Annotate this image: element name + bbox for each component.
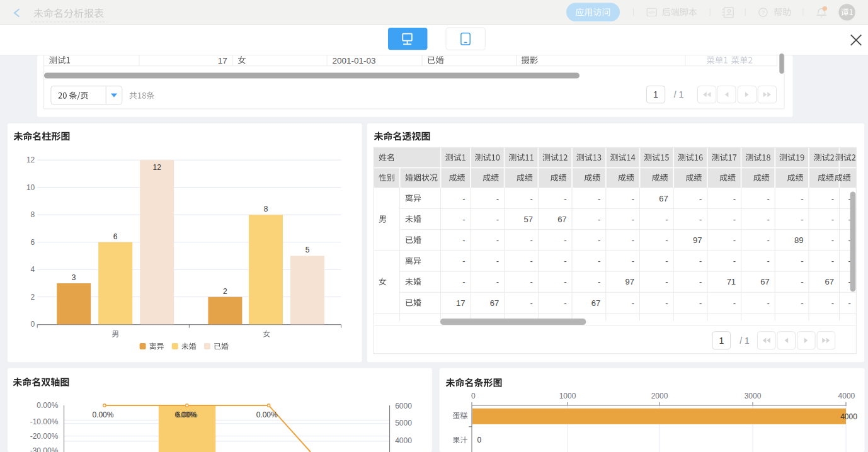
svg-text:-: - — [767, 235, 769, 245]
svg-text:57: 57 — [523, 215, 532, 224]
svg-text:-: - — [598, 215, 600, 224]
svg-text:-: - — [801, 256, 803, 266]
svg-text:4000: 4000 — [840, 412, 857, 421]
svg-text:17: 17 — [456, 298, 465, 308]
svg-text:3000: 3000 — [745, 392, 762, 400]
svg-text:67: 67 — [825, 277, 834, 286]
svg-text:-: - — [733, 215, 736, 224]
svg-text:-: - — [831, 194, 834, 203]
svg-text:-: - — [598, 277, 600, 286]
svg-text:-: - — [496, 215, 499, 224]
svg-text:-: - — [733, 194, 736, 203]
svg-text:97: 97 — [625, 277, 634, 286]
svg-text:-: - — [665, 215, 668, 224]
svg-text:-: - — [462, 277, 465, 286]
svg-text:0: 0 — [31, 320, 35, 329]
svg-text:</>: </> — [649, 10, 655, 14]
svg-text:4000: 4000 — [395, 436, 412, 445]
svg-text:-: - — [462, 256, 465, 266]
svg-text:-: - — [831, 215, 834, 224]
svg-text:/ 1: / 1 — [740, 336, 750, 346]
svg-text:17: 17 — [218, 56, 227, 65]
svg-text:0.00%: 0.00% — [92, 410, 113, 419]
svg-text:0: 0 — [477, 436, 481, 444]
svg-text:4000: 4000 — [838, 392, 855, 400]
svg-text:-: - — [632, 215, 634, 224]
svg-text:-: - — [665, 235, 668, 245]
svg-text:-30.00%: -30.00% — [30, 446, 59, 452]
svg-text:6: 6 — [31, 238, 35, 247]
svg-text:-: - — [801, 277, 803, 286]
svg-text:67: 67 — [591, 298, 600, 308]
svg-text:-: - — [564, 256, 566, 266]
svg-text:-: - — [564, 277, 566, 286]
svg-text:-: - — [665, 256, 668, 266]
svg-text:10: 10 — [26, 183, 35, 192]
svg-text:5: 5 — [306, 246, 310, 254]
svg-text:6: 6 — [113, 232, 118, 241]
svg-text:-: - — [767, 194, 769, 203]
svg-text:8: 8 — [264, 205, 268, 213]
svg-text:5000: 5000 — [395, 419, 412, 427]
svg-text:-: - — [831, 298, 834, 308]
svg-text:2: 2 — [31, 293, 35, 302]
svg-text:1: 1 — [653, 89, 658, 99]
svg-text:-: - — [530, 277, 533, 286]
svg-text:-: - — [564, 298, 566, 308]
svg-text:-: - — [801, 298, 803, 308]
svg-text:6000: 6000 — [395, 402, 412, 410]
svg-text:-: - — [598, 235, 600, 245]
svg-text:/ 1: / 1 — [674, 89, 684, 99]
svg-text:0.00%: 0.00% — [256, 410, 278, 419]
svg-text:-: - — [462, 194, 465, 203]
svg-text:-: - — [767, 256, 769, 266]
svg-text:-: - — [733, 235, 736, 245]
svg-text:67: 67 — [557, 215, 566, 224]
svg-text:12: 12 — [26, 155, 35, 164]
svg-text:67: 67 — [659, 194, 668, 203]
svg-text:-20.00%: -20.00% — [30, 432, 59, 441]
svg-text:-: - — [530, 298, 533, 308]
svg-text:0: 0 — [471, 392, 476, 400]
svg-text:97: 97 — [693, 235, 702, 245]
svg-text:1: 1 — [719, 336, 724, 346]
svg-text:-: - — [699, 194, 702, 203]
svg-text:-: - — [462, 235, 465, 245]
svg-text:-: - — [496, 194, 499, 203]
svg-text:-: - — [848, 298, 850, 308]
svg-text:-: - — [699, 215, 702, 224]
svg-text:?: ? — [762, 9, 765, 16]
svg-text:-: - — [831, 256, 834, 266]
svg-text:-: - — [632, 235, 634, 245]
svg-text:-: - — [530, 194, 533, 203]
svg-text:-: - — [462, 215, 465, 224]
svg-text:67: 67 — [490, 298, 499, 308]
svg-text:-: - — [496, 235, 499, 245]
svg-text:-: - — [530, 256, 533, 266]
svg-text:4: 4 — [31, 265, 35, 274]
svg-text:-: - — [767, 215, 769, 224]
svg-text:8: 8 — [31, 210, 35, 219]
svg-text:3: 3 — [72, 273, 76, 282]
svg-text:-: - — [699, 256, 702, 266]
svg-text:-: - — [767, 298, 769, 308]
svg-text:2001-01-03: 2001-01-03 — [333, 56, 376, 65]
svg-text:-10.00%: -10.00% — [30, 417, 59, 426]
svg-text:-: - — [699, 277, 702, 286]
svg-text:2000: 2000 — [651, 392, 668, 400]
svg-text:0.00%: 0.00% — [37, 401, 58, 410]
svg-text:12: 12 — [153, 163, 162, 172]
svg-text:1000: 1000 — [559, 392, 576, 400]
svg-text:-: - — [598, 194, 600, 203]
svg-text:6.00%: 6.00% — [176, 410, 197, 419]
svg-text:-: - — [699, 298, 702, 308]
svg-text:-: - — [598, 256, 600, 266]
svg-text:-: - — [801, 215, 803, 224]
svg-text:-: - — [632, 256, 634, 266]
svg-text:-: - — [564, 235, 566, 245]
svg-text:-: - — [733, 298, 736, 308]
svg-text:-: - — [665, 277, 668, 286]
svg-text:-: - — [530, 235, 533, 245]
svg-text:67: 67 — [760, 277, 769, 286]
svg-text:89: 89 — [794, 235, 803, 245]
